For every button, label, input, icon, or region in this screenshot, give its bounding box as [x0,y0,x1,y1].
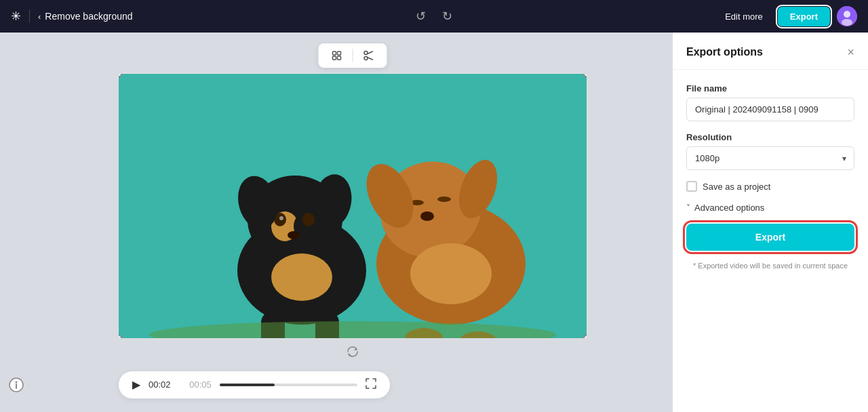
svg-point-20 [279,216,283,220]
save-as-project-label[interactable]: Save as a project [703,182,770,192]
panel-body: File name Resolution 720p 1080p 4K ▾ S [673,70,868,283]
topbar-center-controls: ↺ ↻ [413,6,455,26]
svg-rect-9 [338,56,341,60]
edit-more-button[interactable]: Edit more [717,7,771,26]
panel-close-button[interactable]: × [847,46,854,58]
svg-point-2 [842,19,852,26]
svg-rect-6 [333,52,336,55]
panel-header: Export options × [673,33,868,70]
back-button[interactable]: ‹ Remove background [38,11,133,22]
resolution-select-wrapper: 720p 1080p 4K ▾ [686,146,854,170]
handle-bottom-right[interactable] [583,335,587,338]
total-time: 00:05 [189,379,212,390]
svg-point-19 [302,213,315,226]
scissors-tool-button[interactable] [357,47,380,64]
topbar: ✳ ‹ Remove background ↺ ↻ Edit more Expo… [0,0,868,33]
export-note: * Exported video will be saved in curren… [686,262,854,270]
current-time: 00:02 [149,379,171,390]
svg-rect-8 [333,56,336,60]
progress-bar-fill [220,384,275,386]
avatar[interactable] [837,6,857,26]
svg-point-36 [410,243,492,304]
refresh-wrapper [119,345,587,362]
file-name-label: File name [686,83,854,94]
file-name-field: File name [686,83,854,121]
export-panel-button[interactable]: Export [686,224,854,251]
fullscreen-button[interactable] [366,378,376,392]
refresh-button[interactable] [346,345,359,362]
save-as-project-checkbox[interactable] [686,181,697,192]
topbar-right: Edit more Export [717,6,857,26]
undo-button[interactable]: ↺ [413,6,429,26]
advanced-chevron-icon: ˅ [686,203,690,213]
svg-point-21 [288,231,300,239]
left-sidebar [0,33,33,412]
save-as-project-row: Save as a project [686,181,854,192]
svg-marker-43 [349,353,351,356]
progress-bar[interactable] [220,384,357,386]
svg-point-4 [16,382,18,384]
resolution-field: Resolution 720p 1080p 4K ▾ [686,132,854,170]
video-canvas-wrapper: ▶ 00:02 00:05 [119,74,587,398]
export-panel: Export options × File name Resolution 72… [673,33,868,412]
advanced-options-label: Advanced options [694,203,764,213]
svg-point-33 [420,211,434,221]
redo-button[interactable]: ↻ [439,6,455,26]
svg-point-24 [271,253,332,301]
svg-point-1 [844,11,850,18]
back-icon: ‹ [38,12,41,22]
video-canvas [119,74,587,338]
advanced-options-row[interactable]: ˅ Advanced options [686,203,854,213]
resolution-label: Resolution [686,132,854,142]
topbar-divider [29,9,30,23]
canvas-toolbar [319,43,387,68]
toolbar-divider [353,49,353,62]
svg-point-41 [149,321,556,338]
play-button[interactable]: ▶ [132,378,140,391]
panel-title: Export options [686,46,763,58]
video-controls: ▶ 00:02 00:05 [119,371,390,398]
svg-point-32 [437,197,451,202]
resolution-select[interactable]: 720p 1080p 4K [686,146,854,170]
file-name-input[interactable] [686,98,854,121]
hint-button[interactable] [3,372,29,401]
handle-top-right[interactable] [583,74,587,77]
page-title: Remove background [45,11,132,22]
time-separator [179,379,182,390]
export-top-button[interactable]: Export [778,7,830,26]
svg-rect-7 [338,52,341,55]
canvas-area: ▶ 00:02 00:05 [33,33,673,412]
logo-icon[interactable]: ✳ [11,9,21,24]
main-area: ▶ 00:02 00:05 Export options × [0,33,868,412]
crop-tool-button[interactable] [326,47,349,64]
